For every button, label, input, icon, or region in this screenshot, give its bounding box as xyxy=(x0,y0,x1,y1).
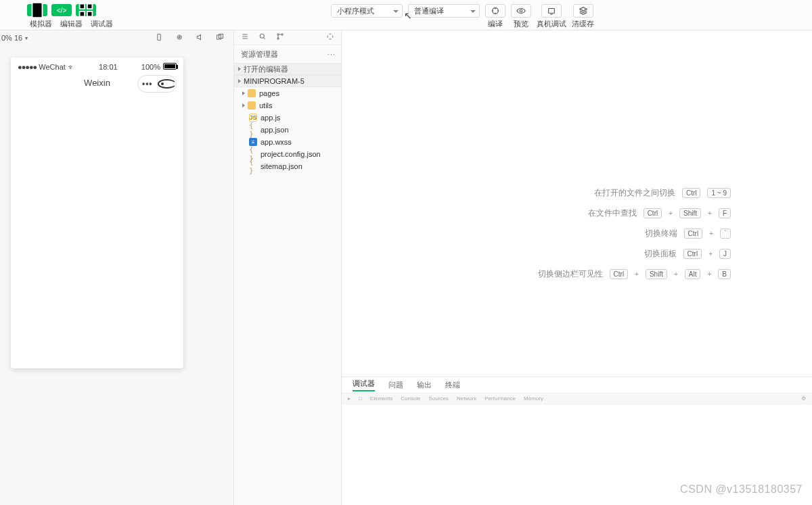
preview-button[interactable] xyxy=(511,4,531,18)
project-section[interactable]: MINIPROGRAM-5 xyxy=(234,75,341,87)
shortcut-row: 切换侧边栏可见性 Ctrl+ Shift+ Alt+ B xyxy=(538,264,731,284)
clear-cache-button[interactable] xyxy=(573,4,593,18)
remote-debug-button[interactable] xyxy=(541,4,562,18)
phone-simulator: ●●●●● WeChat ᯤ 18:01 100% Weixin ••• xyxy=(11,57,183,368)
device-icon[interactable] xyxy=(155,33,163,43)
shortcut-label: 切换终端 xyxy=(645,228,677,239)
shortcut-row: 在文件中查找 Ctrl+ Shift+ F xyxy=(538,203,731,223)
view-switch-buttons: </> xyxy=(27,4,96,16)
compile-text: 编译 xyxy=(488,19,503,29)
svg-rect-0 xyxy=(32,3,43,18)
signal-dots: ●●●●● xyxy=(18,63,37,71)
debugger-label: 调试器 xyxy=(91,19,113,29)
mute-icon[interactable] xyxy=(196,33,204,43)
tab-problems[interactable]: 问题 xyxy=(388,380,403,390)
svg-rect-4 xyxy=(158,34,161,41)
debugger-button[interactable] xyxy=(76,4,96,16)
mode-dropdown[interactable]: 小程序模式 xyxy=(331,4,403,18)
folder-pages[interactable]: pages xyxy=(234,87,341,99)
toolbar-center: 小程序模式 普通编译 编译 预览 真机调试 清缓存 xyxy=(113,0,812,29)
simulator-topbar: 0% 16 ▾ xyxy=(0,30,233,45)
explorer-pane: 资源管理器 ··· 打开的编辑器 MINIPROGRAM-5 pages uti… xyxy=(233,30,342,505)
shortcut-row: 在打开的文件之间切换 Ctrl 1 ~ 9 xyxy=(538,183,731,203)
tab-terminal[interactable]: 终端 xyxy=(445,380,460,390)
welcome-shortcuts: 在打开的文件之间切换 Ctrl 1 ~ 9 在文件中查找 Ctrl+ Shift… xyxy=(342,30,812,377)
editor-button[interactable]: </> xyxy=(51,4,72,16)
capsule-menu[interactable]: ••• xyxy=(137,75,177,93)
explorer-title: 资源管理器 xyxy=(241,49,278,59)
explorer-iconbar xyxy=(234,30,341,45)
editor-label: 编辑器 xyxy=(60,19,83,29)
battery-icon xyxy=(163,63,177,70)
search-icon[interactable] xyxy=(258,32,267,43)
compile-dropdown[interactable]: 普通编译 xyxy=(408,4,480,18)
bottom-panel-tabs: 调试器 问题 输出 终端 xyxy=(342,377,812,393)
editor-pane: 在打开的文件之间切换 Ctrl 1 ~ 9 在文件中查找 Ctrl+ Shift… xyxy=(342,30,812,505)
main-area: 0% 16 ▾ ●●●●● WeChat ᯤ 18:01 100% Weixin xyxy=(0,30,812,505)
open-editors-section[interactable]: 打开的编辑器 xyxy=(234,63,341,75)
shortcut-row: 切换终端 Ctrl+ ` xyxy=(538,223,731,243)
folder-utils[interactable]: utils xyxy=(234,99,341,112)
capsule-close-icon[interactable] xyxy=(158,79,177,89)
file-app-json[interactable]: { }app.json xyxy=(234,124,341,136)
battery-percent: 100% xyxy=(141,63,160,71)
svg-point-12 xyxy=(281,34,283,35)
tab-output[interactable]: 输出 xyxy=(417,380,432,390)
tab-debugger[interactable]: 调试器 xyxy=(353,379,375,391)
app-title: Weixin xyxy=(84,78,110,88)
time-label: 18:01 xyxy=(99,63,118,71)
shortcut-label: 切换侧边栏可见性 xyxy=(538,268,603,280)
watermark: CSDN @v13518180357 xyxy=(680,483,803,496)
svg-point-2 xyxy=(520,9,522,12)
svg-point-6 xyxy=(179,37,180,38)
main-toolbar: </> 模拟器 编辑器 调试器 小程序模式 普通编译 编译 预览 真机调试 清缓… xyxy=(0,0,812,30)
carrier-label: WeChat xyxy=(39,63,66,71)
shortcut-label: 切换面板 xyxy=(644,248,677,260)
capsule-more-icon[interactable]: ••• xyxy=(138,79,158,89)
clear-cache-text: 清缓存 xyxy=(572,19,594,29)
remote-debug-text: 真机调试 xyxy=(537,19,566,29)
zoom-label[interactable]: 0% 16 xyxy=(1,34,22,42)
simulator-pane: 0% 16 ▾ ●●●●● WeChat ᯤ 18:01 100% Weixin xyxy=(0,30,233,505)
settings-icon[interactable] xyxy=(326,32,334,43)
shortcut-label: 在文件中查找 xyxy=(588,208,637,219)
devtools-toolbar[interactable]: ▸□ElementsConsoleSourcesNetworkPerforman… xyxy=(342,393,812,404)
compile-button[interactable] xyxy=(485,4,505,18)
detach-icon[interactable] xyxy=(216,33,224,43)
file-sitemap-json[interactable]: { }sitemap.json xyxy=(234,160,341,172)
svg-rect-3 xyxy=(549,9,555,14)
explorer-more-icon[interactable]: ··· xyxy=(328,50,336,58)
simulator-button[interactable] xyxy=(27,4,47,16)
svg-point-11 xyxy=(277,38,279,39)
preview-text: 预览 xyxy=(514,19,528,29)
record-icon[interactable] xyxy=(175,33,183,43)
svg-point-10 xyxy=(277,34,279,35)
branch-icon[interactable] xyxy=(276,32,284,43)
shortcut-row: 切换面板 Ctrl+ J xyxy=(538,243,731,264)
list-icon[interactable] xyxy=(241,32,249,43)
wifi-icon: ᯤ xyxy=(68,63,75,71)
explorer-title-row: 资源管理器 ··· xyxy=(234,45,341,63)
shortcut-label: 在打开的文件之间切换 xyxy=(594,187,675,199)
svg-point-9 xyxy=(260,34,264,38)
simulator-label: 模拟器 xyxy=(30,19,52,29)
chevron-down-icon[interactable]: ▾ xyxy=(25,35,28,41)
